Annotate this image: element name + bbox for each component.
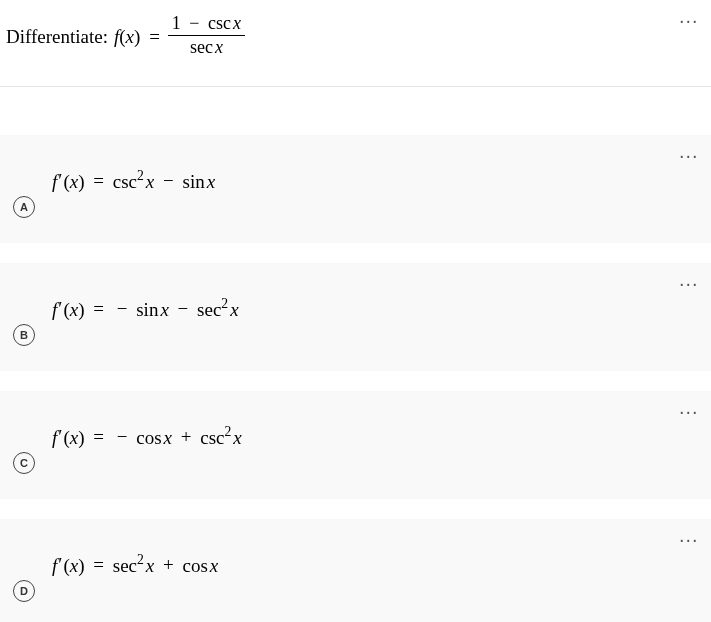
- answer-more-icon[interactable]: ···: [680, 531, 700, 552]
- answer-content: f′(x) = csc2x − sinx: [48, 158, 711, 221]
- answer-expression: f′(x) = − sinx − sec2x: [52, 296, 239, 321]
- answer-content: f′(x) = − sinx − sec2x: [48, 286, 711, 349]
- answer-more-icon[interactable]: ···: [680, 275, 700, 296]
- question-numerator: 1 − cscx: [168, 12, 245, 36]
- answers-list: ··· A f′(x) = csc2x − sinx ··· B f′(x) =…: [0, 87, 711, 622]
- answer-content: f′(x) = − cosx + csc2x: [48, 414, 711, 477]
- answer-letter-badge[interactable]: C: [13, 452, 35, 474]
- answer-more-icon[interactable]: ···: [680, 403, 700, 424]
- answer-more-icon[interactable]: ···: [680, 147, 700, 168]
- answer-letter-wrap: B: [0, 288, 48, 346]
- answer-option-b[interactable]: ··· B f′(x) = − sinx − sec2x: [0, 263, 711, 371]
- question-content: Differentiate: f(x) = 1 − cscx secx: [6, 14, 699, 60]
- answer-letter-wrap: A: [0, 160, 48, 218]
- answer-letter-wrap: D: [0, 544, 48, 602]
- answer-option-a[interactable]: ··· A f′(x) = csc2x − sinx: [0, 135, 711, 243]
- answer-option-d[interactable]: ··· D f′(x) = sec2x + cosx: [0, 519, 711, 622]
- page-root: ··· Differentiate: f(x) = 1 − cscx secx …: [0, 0, 711, 622]
- question-fraction: 1 − cscx secx: [168, 12, 245, 58]
- question-block: ··· Differentiate: f(x) = 1 − cscx secx: [0, 0, 711, 87]
- question-more-icon[interactable]: ···: [680, 12, 700, 33]
- answer-expression: f′(x) = − cosx + csc2x: [52, 424, 242, 449]
- answer-expression: f′(x) = csc2x − sinx: [52, 168, 215, 193]
- answer-letter-badge[interactable]: D: [13, 580, 35, 602]
- answer-letter-badge[interactable]: B: [13, 324, 35, 346]
- question-denominator: secx: [168, 36, 245, 59]
- answer-content: f′(x) = sec2x + cosx: [48, 542, 711, 605]
- answer-letter-wrap: C: [0, 416, 48, 474]
- answer-letter-badge[interactable]: A: [13, 196, 35, 218]
- question-lhs: f(x) =: [114, 26, 164, 48]
- answer-expression: f′(x) = sec2x + cosx: [52, 552, 218, 577]
- question-prompt: Differentiate:: [6, 26, 108, 48]
- answer-option-c[interactable]: ··· C f′(x) = − cosx + csc2x: [0, 391, 711, 499]
